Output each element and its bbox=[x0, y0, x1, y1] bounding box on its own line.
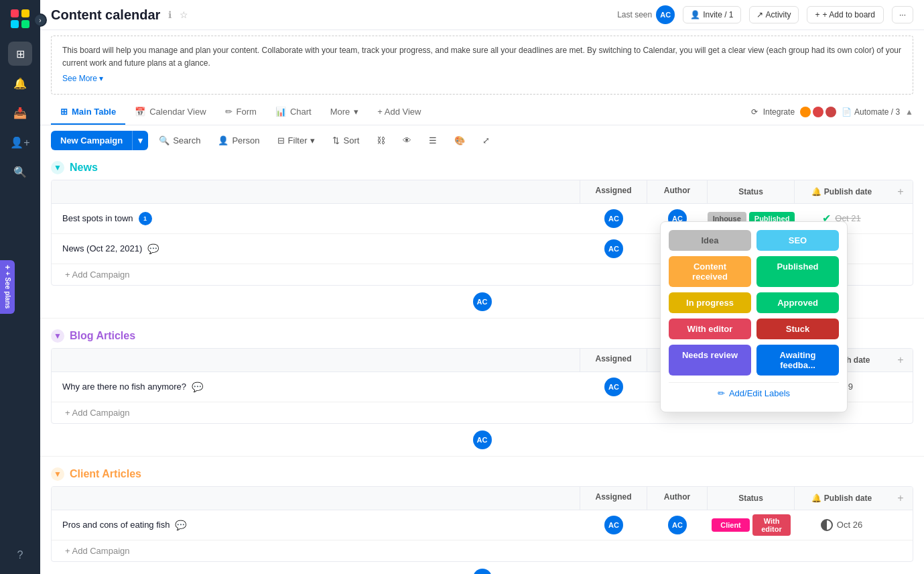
status-option-awaiting[interactable]: Awaiting feedba... bbox=[756, 345, 839, 376]
status-badge-main[interactable]: With editor bbox=[752, 514, 791, 536]
row-assigned[interactable]: AC bbox=[580, 372, 647, 402]
search-button[interactable]: 🔍 Search bbox=[152, 131, 207, 150]
row-add-btn[interactable] bbox=[888, 213, 913, 224]
add-comment-icon[interactable]: 💬 bbox=[147, 243, 159, 254]
status-option-in-progress[interactable]: In progress bbox=[669, 292, 751, 313]
add-edit-label-text: Add/Edit Labels bbox=[729, 388, 790, 398]
integrate-dots bbox=[800, 107, 836, 117]
col-add-header[interactable]: + bbox=[888, 180, 913, 203]
activity-button[interactable]: ↗ Activity bbox=[749, 6, 799, 23]
status-option-approved[interactable]: Approved bbox=[756, 292, 839, 313]
tab-calendar-view[interactable]: 📅 Calendar View bbox=[125, 100, 215, 125]
info-icon[interactable]: ℹ bbox=[168, 9, 172, 20]
add-campaign-row[interactable]: + Add Campaign bbox=[52, 540, 913, 561]
col-add-header[interactable]: + bbox=[888, 349, 913, 371]
row-status[interactable]: Client With editor bbox=[708, 510, 795, 540]
invite-icon: 👤 bbox=[690, 10, 700, 19]
status-option-stuck[interactable]: Stuck bbox=[756, 319, 839, 339]
chart-icon: 📊 bbox=[275, 107, 286, 117]
search-icon[interactable]: 🔍 bbox=[8, 160, 32, 184]
group-news-toggle[interactable]: ▼ bbox=[51, 161, 64, 174]
svg-rect-0 bbox=[11, 9, 19, 17]
status-option-needs-review[interactable]: Needs review bbox=[669, 345, 751, 376]
sort-button[interactable]: ⇅ Sort bbox=[326, 131, 366, 150]
form-icon: ✏ bbox=[225, 107, 233, 117]
status-option-seo[interactable]: SEO bbox=[756, 230, 839, 251]
add-edit-labels-btn[interactable]: ✏ Add/Edit Labels bbox=[669, 382, 839, 404]
tab-main-table[interactable]: ⊞ Main Table bbox=[51, 100, 125, 125]
filter-button[interactable]: ⊟ Filter ▾ bbox=[271, 131, 322, 150]
group-client-toggle[interactable]: ▼ bbox=[51, 467, 64, 481]
row-add-btn[interactable] bbox=[888, 382, 913, 392]
new-campaign-button[interactable]: New Campaign ▾ bbox=[51, 131, 148, 150]
eye-icon-btn[interactable]: 👁 bbox=[396, 131, 418, 150]
bell-icon[interactable]: 🔔 bbox=[8, 71, 32, 95]
row-add-btn[interactable] bbox=[888, 520, 913, 530]
group-client-header: ▼ Client Articles bbox=[40, 462, 924, 486]
collapse-views-icon[interactable]: ▲ bbox=[905, 107, 913, 117]
status-option-published[interactable]: Published bbox=[756, 256, 839, 287]
status-option-content-received[interactable]: Content received bbox=[669, 256, 751, 287]
avatar: AC bbox=[668, 516, 687, 534]
filter-icon: ⊟ bbox=[277, 135, 285, 146]
person-button[interactable]: 👤 Person bbox=[211, 131, 266, 150]
row-add-btn[interactable] bbox=[888, 243, 913, 254]
link-icon-btn[interactable]: ⛓ bbox=[370, 131, 392, 150]
group-news-header: ▼ News bbox=[40, 156, 924, 180]
col-add-header[interactable]: + bbox=[888, 487, 913, 510]
status-option-idea[interactable]: Idea bbox=[669, 230, 751, 251]
add-to-board-button[interactable]: + + Add to board bbox=[807, 6, 884, 23]
comment-icon[interactable]: 1 bbox=[139, 212, 152, 225]
apps-icon[interactable]: ⊞ bbox=[8, 42, 32, 66]
pencil-icon: ✏ bbox=[718, 388, 725, 398]
avatar: AC bbox=[473, 431, 492, 449]
collapse-button[interactable]: › bbox=[34, 13, 47, 27]
inbox-icon[interactable]: 📥 bbox=[8, 101, 32, 125]
star-icon[interactable]: ☆ bbox=[180, 9, 188, 20]
new-campaign-label[interactable]: New Campaign bbox=[51, 131, 132, 150]
integrate-area[interactable]: ⟳ Integrate bbox=[751, 107, 836, 117]
expand-icon-btn[interactable]: ⤢ bbox=[476, 131, 497, 150]
automate-button[interactable]: 📄 Automate / 3 bbox=[836, 105, 905, 119]
row-assigned[interactable]: AC bbox=[580, 204, 647, 233]
invite-button[interactable]: 👤 Invite / 1 bbox=[683, 6, 740, 23]
col-status-header: Status bbox=[708, 180, 795, 203]
group-client-title[interactable]: Client Articles bbox=[70, 468, 141, 480]
row-item-name[interactable]: Why are there no fish anymore? 💬 bbox=[54, 375, 580, 399]
row-item-name[interactable]: News (Oct 22, 2021) 💬 bbox=[54, 237, 580, 261]
row-item-name[interactable]: Pros and cons of eating fish 💬 bbox=[54, 513, 580, 537]
row-item-name[interactable]: Best spots in town 1 bbox=[54, 205, 580, 232]
avatar: AC bbox=[473, 292, 492, 311]
paint-icon-btn[interactable]: 🎨 bbox=[448, 131, 472, 150]
group-blog-title[interactable]: Blog Articles bbox=[70, 330, 135, 342]
row-author[interactable]: AC bbox=[647, 510, 708, 540]
status-option-with-editor[interactable]: With editor bbox=[669, 319, 751, 339]
row-assigned[interactable]: AC bbox=[580, 510, 647, 540]
add-comment-icon[interactable]: 💬 bbox=[192, 382, 203, 392]
tab-more[interactable]: More ▾ bbox=[321, 100, 369, 125]
more-options-button[interactable]: ··· bbox=[892, 6, 913, 23]
row-publish[interactable]: Oct 26 bbox=[795, 514, 888, 536]
bell-publish-icon: 🔔 bbox=[811, 494, 821, 503]
see-plans-tab[interactable]: + + See plans bbox=[0, 260, 15, 314]
group-blog-toggle[interactable]: ▼ bbox=[51, 329, 64, 343]
add-comment-icon[interactable]: 💬 bbox=[175, 520, 186, 530]
see-more-link[interactable]: See More ▾ bbox=[62, 72, 902, 85]
rows-icon-btn[interactable]: ☰ bbox=[422, 131, 444, 150]
publish-date-text: Oct 26 bbox=[837, 520, 862, 530]
status-badge-client[interactable]: Client bbox=[712, 518, 750, 532]
add-user-icon[interactable]: 👤+ bbox=[8, 130, 32, 154]
group-news-title[interactable]: News bbox=[70, 162, 98, 174]
empty-avatar-row-client: AC bbox=[40, 562, 924, 574]
avatar: AC bbox=[473, 569, 492, 574]
link-icon: ⛓ bbox=[377, 135, 385, 146]
integrate-dot-2 bbox=[813, 107, 823, 117]
help-icon[interactable]: ? bbox=[8, 543, 32, 567]
new-campaign-dropdown-arrow[interactable]: ▾ bbox=[132, 131, 148, 150]
row-assigned[interactable]: AC bbox=[580, 234, 647, 264]
tab-chart[interactable]: 📊 Chart bbox=[266, 100, 321, 125]
add-view-btn[interactable]: + Add View bbox=[368, 100, 430, 125]
view-tabs: ⊞ Main Table 📅 Calendar View ✏ Form 📊 Ch… bbox=[40, 100, 924, 125]
tab-form[interactable]: ✏ Form bbox=[216, 100, 266, 125]
col-status-label: Status bbox=[738, 494, 763, 503]
